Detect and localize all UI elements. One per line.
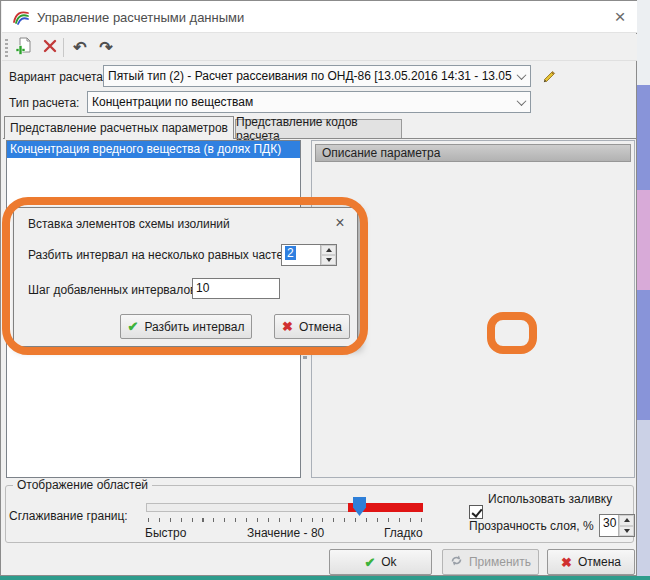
parameter-description-panel xyxy=(311,140,635,478)
background-map-pink xyxy=(637,190,650,290)
opacity-label: Прозрачность слоя, % xyxy=(469,519,594,533)
slider-label-value: Значение - 80 xyxy=(247,526,324,540)
split-interval-label: Разбить интервал xyxy=(144,320,244,334)
screen: Управление расчетными данными × xyxy=(0,0,650,580)
dialog-cancel-label: Отмена xyxy=(299,320,342,334)
triangle-down-icon xyxy=(326,258,332,262)
check-icon: ✔ xyxy=(364,555,375,570)
triangle-up-icon xyxy=(326,248,332,252)
x-icon: ✖ xyxy=(561,555,572,570)
edit-variant-button[interactable] xyxy=(541,68,556,87)
calc-type-dropdown-arrow[interactable] xyxy=(512,92,530,112)
background-map-strip xyxy=(637,0,650,576)
variant-label: Вариант расчета: xyxy=(9,70,106,84)
parameter-list-item[interactable]: Концентрация вредного вещества (в долях … xyxy=(7,141,300,158)
split-count-label: Разбить интервал на несколько равных час… xyxy=(28,248,293,262)
spinner-down-button[interactable] xyxy=(321,255,336,265)
dialog-close-button[interactable]: × xyxy=(328,212,352,234)
toolbar-grip xyxy=(5,39,8,57)
background-map-blue xyxy=(637,85,650,190)
background-taskbar-strip xyxy=(0,576,650,580)
background-map-blue2 xyxy=(637,290,650,420)
apply-label: Применить xyxy=(469,555,531,569)
splitter-handle[interactable] xyxy=(303,348,307,351)
calc-type-select[interactable]: Концентрации по веществам xyxy=(87,91,531,113)
opacity-value: 30 xyxy=(600,515,618,536)
spinner-up-button[interactable] xyxy=(619,515,634,526)
areas-group-title: Отображение областей xyxy=(13,478,152,492)
delete-record-button[interactable] xyxy=(39,37,61,59)
spinner-down-button[interactable] xyxy=(619,526,634,537)
step-input[interactable]: 10 xyxy=(192,278,280,299)
cancel-label: Отмена xyxy=(578,555,621,569)
calc-type-label: Тип расчета: xyxy=(9,96,79,110)
slider-ticks xyxy=(148,518,422,522)
refresh-icon xyxy=(450,554,463,570)
dialog-title: Вставка элементов схемы изолиний xyxy=(28,217,230,231)
x-icon: ✖ xyxy=(282,319,293,334)
undo-button[interactable]: ↶ xyxy=(69,37,91,59)
check-icon: ✔ xyxy=(127,319,138,334)
window-close-button[interactable]: × xyxy=(607,4,633,30)
chevron-down-icon xyxy=(516,70,526,80)
pencil-icon xyxy=(541,69,556,86)
add-record-button[interactable] xyxy=(13,37,35,59)
background-map-light xyxy=(637,420,650,576)
smoothing-label: Сглаживание границ: xyxy=(9,509,128,523)
tab-label: Представление расчетных параметров xyxy=(10,121,228,135)
apply-button[interactable]: Применить xyxy=(442,549,539,575)
variant-select[interactable]: Пятый тип (2) - Расчет рассеивания по ОН… xyxy=(103,65,531,87)
undo-icon: ↶ xyxy=(73,40,86,56)
delete-x-icon xyxy=(42,38,58,58)
redo-button[interactable]: ↷ xyxy=(95,37,117,59)
window-title: Управление расчетными данными xyxy=(37,10,244,25)
toolbar-separator xyxy=(63,38,64,57)
variant-dropdown-arrow[interactable] xyxy=(512,66,530,86)
slider-label-smooth: Гладко xyxy=(384,526,423,540)
use-fill-label: Использовать заливку xyxy=(488,492,612,506)
tab-calc-codes[interactable]: Представление кодов расчета xyxy=(235,119,402,138)
split-interval-button[interactable]: ✔ Разбить интервал xyxy=(120,314,252,339)
chevron-down-icon xyxy=(516,96,526,106)
tab-calc-params[interactable]: Представление расчетных параметров xyxy=(4,116,234,139)
ok-label: Ok xyxy=(381,555,396,569)
ok-button[interactable]: ✔ Ok xyxy=(329,549,432,575)
redo-icon: ↷ xyxy=(99,40,112,56)
split-count-spinner[interactable]: 2 xyxy=(281,244,337,266)
app-logo-icon xyxy=(11,9,31,25)
new-document-icon xyxy=(15,37,33,59)
triangle-up-icon xyxy=(624,518,630,522)
splitter-handle[interactable] xyxy=(303,356,307,359)
panel-header: Описание параметра xyxy=(315,144,631,162)
cancel-button[interactable]: ✖ Отмена xyxy=(547,549,635,575)
opacity-spinner[interactable]: 30 xyxy=(599,514,635,537)
main-window: Управление расчетными данными × xyxy=(0,0,637,576)
calc-type-value: Концентрации по веществам xyxy=(88,95,512,109)
split-count-value: 2 xyxy=(285,246,296,260)
spinner-up-button[interactable] xyxy=(321,245,336,255)
triangle-down-icon xyxy=(624,529,630,533)
insert-elements-dialog: Вставка элементов схемы изолиний × Разби… xyxy=(13,207,358,347)
use-fill-checkbox[interactable] xyxy=(469,505,483,519)
dialog-cancel-button[interactable]: ✖ Отмена xyxy=(274,314,350,339)
slider-label-fast: Быстро xyxy=(145,526,186,540)
step-label: Шаг добавленных интервалов: xyxy=(28,283,200,297)
variant-value: Пятый тип (2) - Расчет рассеивания по ОН… xyxy=(104,69,512,83)
